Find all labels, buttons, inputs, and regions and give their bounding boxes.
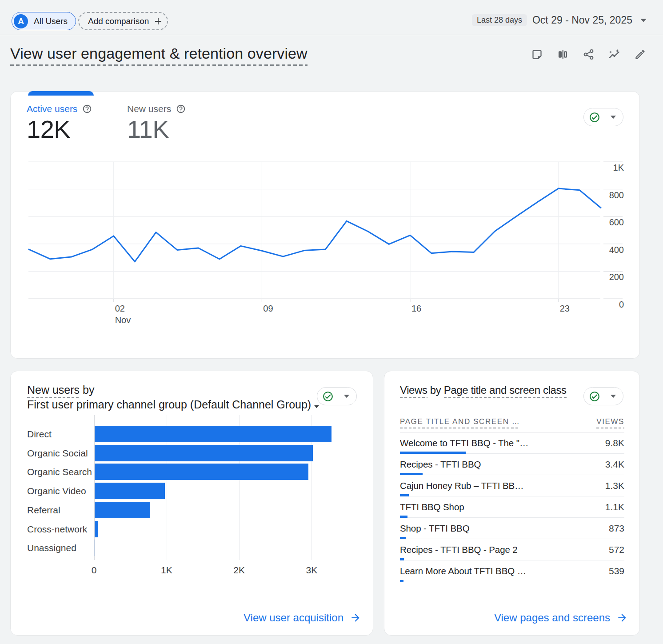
x-axis-label: 1K (161, 565, 172, 576)
views-cell: 572 (609, 544, 624, 555)
page-title: View user engagement & retention overvie… (10, 45, 308, 62)
active-users-line-chart: 02004006008001K02Nov091623 (11, 92, 640, 359)
table-row: TFTI BBQ Shop1.1K (400, 496, 624, 518)
bar-category-label: Organic Video (27, 486, 86, 496)
bar-organic-search (95, 464, 309, 480)
views-cell: 9.8K (605, 438, 624, 448)
table-row: Welcome to TFTI BBQ - The "…9.8K (400, 432, 624, 454)
x-axis-sublabel: Nov (115, 315, 131, 325)
views-by-page-card: Views by Page title and screen class PAG… (384, 371, 640, 636)
page-title-cell: Recipes - TFTI BBQ (400, 459, 481, 470)
comparison-icon[interactable] (557, 48, 569, 60)
pages-card-title: Views by Page title and screen class (400, 383, 567, 397)
add-comparison-button[interactable]: Add comparison (78, 12, 168, 30)
share-icon[interactable] (583, 48, 595, 60)
bar-category-label: Unassigned (27, 543, 76, 552)
arrow-forward-icon (350, 612, 361, 624)
page-title-cell: Cajun Honey Rub – TFTI BB… (400, 480, 523, 491)
views-metric-link[interactable]: Views (400, 384, 427, 398)
segment-avatar: A (14, 14, 28, 28)
bar-organic-social (95, 445, 313, 461)
x-axis-label: 0 (92, 565, 97, 576)
page-title-cell: Learn More About TFTI BBQ … (400, 566, 526, 576)
views-cell: 1.1K (605, 502, 624, 512)
page-title-cell: Recipes - TFTI BBQ - Page 2 (400, 544, 518, 555)
header-divider (0, 35, 663, 35)
new-users-by-channel-card: New users by First user primary channel … (10, 371, 373, 636)
table-row: Recipes - TFTI BBQ3.4K (400, 454, 624, 475)
y-axis-label: 200 (609, 272, 624, 282)
pages-views-table: PAGE TITLE AND SCREEN … VIEWS Welcome to… (400, 414, 624, 582)
y-axis-label: 600 (609, 217, 624, 227)
y-axis-label: 0 (619, 300, 624, 309)
caret-down-icon (610, 394, 616, 398)
users-overview-card: Active users 12K New users 11K 020040060… (10, 91, 640, 359)
x-axis-label: 3K (306, 565, 318, 576)
title-by-text: by (427, 384, 444, 396)
bar-direct (95, 426, 332, 442)
trend-line-active-users (29, 188, 601, 262)
bar-organic-video (95, 483, 165, 499)
check-circle-icon (589, 391, 600, 402)
note-icon[interactable] (531, 48, 543, 60)
views-cell: 3.4K (605, 459, 624, 470)
arrow-forward-icon (616, 612, 628, 624)
view-user-acquisition-link[interactable]: View user acquisition (244, 612, 361, 624)
bar-category-label: Organic Search (27, 467, 92, 476)
link-label: View user acquisition (244, 612, 343, 624)
table-header-row: PAGE TITLE AND SCREEN … VIEWS (400, 414, 624, 432)
edit-icon[interactable] (634, 48, 646, 60)
views-cell: 1.3K (605, 480, 624, 491)
bar-cross-network (95, 521, 98, 537)
x-axis-label: 23 (560, 304, 570, 313)
bar-unassigned (95, 540, 96, 556)
page-title-text: View user engagement & retention overvie… (10, 45, 308, 66)
report-actions-toolbar (531, 48, 646, 60)
x-axis-label: 09 (263, 304, 273, 313)
page-title-cell: TFTI BBQ Shop (400, 502, 464, 512)
table-row: Recipes - TFTI BBQ - Page 2572 (400, 539, 624, 560)
column-header-page-title[interactable]: PAGE TITLE AND SCREEN … (400, 417, 520, 428)
views-cell: 873 (609, 523, 624, 534)
bar-category-label: Referral (27, 505, 60, 515)
views-cell: 539 (609, 566, 624, 576)
x-axis-label: 16 (411, 304, 421, 313)
bar-category-label: Direct (27, 429, 52, 439)
view-pages-and-screens-link[interactable]: View pages and screens (494, 612, 628, 624)
analytics-overview-page: A All Users Add comparison Last 28 days … (0, 0, 663, 644)
y-axis-label: 800 (609, 190, 624, 200)
column-header-views[interactable]: VIEWS (596, 417, 624, 428)
page-title-cell: Welcome to TFTI BBQ - The "… (400, 438, 528, 448)
table-row: Learn More About TFTI BBQ …539 (400, 560, 624, 582)
bar-category-label: Cross-network (27, 524, 87, 534)
date-range-label: Oct 29 - Nov 25, 2025 (532, 14, 632, 26)
add-comparison-label: Add comparison (88, 16, 149, 26)
table-body: Welcome to TFTI BBQ - The "…9.8KRecipes … (400, 432, 624, 582)
x-axis-label: 02 (115, 304, 125, 313)
date-preset-chip: Last 28 days (472, 14, 527, 26)
views-mini-bar (400, 580, 403, 582)
link-label: View pages and screens (494, 612, 610, 624)
channel-bar-chart: 01K2K3KDirectOrganic SocialOrganic Searc… (11, 371, 374, 636)
page-title-dimension-link[interactable]: Page title and screen class (444, 384, 567, 398)
insights-icon[interactable] (608, 48, 620, 60)
table-row: Shop - TFTI BBQ873 (400, 518, 624, 539)
bar-referral (95, 502, 151, 518)
plus-icon (153, 16, 164, 27)
x-axis-label: 2K (233, 565, 245, 576)
segment-label: All Users (34, 16, 68, 26)
caret-down-icon (640, 18, 647, 23)
y-axis-label: 1K (613, 163, 624, 172)
y-axis-label: 400 (609, 245, 624, 255)
table-row: Cajun Honey Rub – TFTI BB…1.3K (400, 475, 624, 496)
all-users-segment-chip[interactable]: A All Users (12, 12, 76, 30)
bar-category-label: Organic Social (27, 448, 88, 458)
data-quality-menu[interactable] (583, 387, 623, 405)
date-range-picker[interactable]: Last 28 days Oct 29 - Nov 25, 2025 (472, 14, 647, 26)
page-title-cell: Shop - TFTI BBQ (400, 523, 469, 534)
